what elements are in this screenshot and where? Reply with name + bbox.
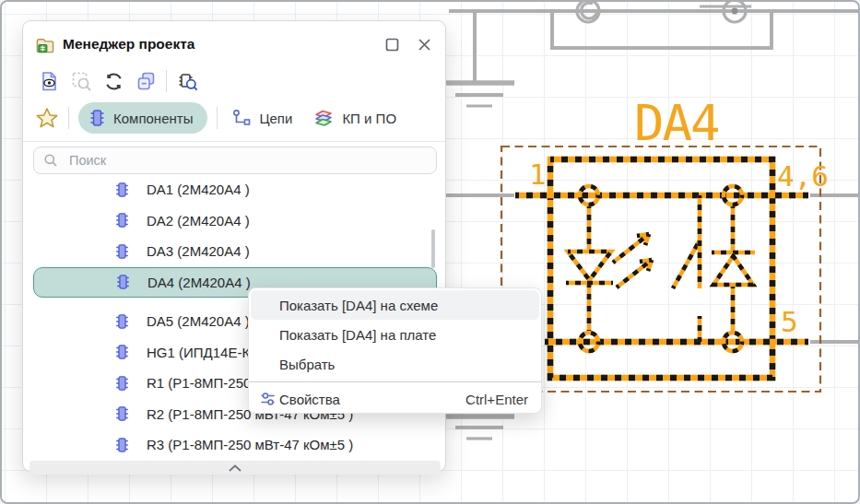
menu-item-label: Показать [DA4] на плате xyxy=(279,327,436,343)
ground-symbol xyxy=(446,83,514,106)
tab-kp-po-label: КП и ПО xyxy=(342,111,396,126)
component-icon xyxy=(114,343,130,361)
component-icon xyxy=(114,242,130,261)
led-symbol xyxy=(568,252,611,280)
menu-item-properties[interactable]: Свойства Ctrl+Enter xyxy=(251,384,539,414)
favorites-star-icon[interactable] xyxy=(35,106,59,130)
list-scrollbar[interactable] xyxy=(431,229,435,268)
panel-title: Менеджер проекта xyxy=(63,36,194,53)
menu-item-show-on-board[interactable]: Показать [DA4] на плате xyxy=(251,320,539,349)
component-icon xyxy=(114,374,130,393)
chevron-up-icon xyxy=(228,464,242,472)
menu-item-label: Выбрать xyxy=(279,357,335,372)
led-symbol xyxy=(568,252,611,280)
list-item-label: DA1 (2М420А4 ) xyxy=(147,182,250,197)
component-icon xyxy=(115,273,131,291)
list-item-da2[interactable]: DA2 (2М420А4 ) xyxy=(33,205,437,236)
toolbar-separator xyxy=(68,107,69,129)
component-designator-label: DA4 xyxy=(634,94,719,152)
list-item-label: R3 (Р1-8МП-250 мВт-47 кОм±5 ) xyxy=(147,437,353,452)
list-item-r3[interactable]: R3 (Р1-8МП-250 мВт-47 кОм±5 ) xyxy=(33,429,437,460)
net-icon xyxy=(232,109,252,128)
filter-bar: Компоненты Цепи КП и ПО xyxy=(35,102,402,134)
menu-shortcut: Ctrl+Enter xyxy=(465,392,539,407)
list-item-da3[interactable]: DA3 (2М420А4 ) xyxy=(33,236,437,266)
component-icon xyxy=(114,211,130,229)
application-window: DA4 1 4,6 5 Менеджер проекта xyxy=(0,0,860,504)
refresh-button[interactable] xyxy=(101,69,125,93)
ground-symbol xyxy=(446,416,514,439)
component-da4-symbol[interactable] xyxy=(515,159,808,378)
photodiode-symbol xyxy=(713,256,753,285)
find-component-button[interactable] xyxy=(175,69,199,93)
list-item-label: DA2 (2М420А4 ) xyxy=(147,213,250,229)
list-item-label: HG1 (ИПД14Е-К xyxy=(147,345,250,360)
scroll-up-strip[interactable] xyxy=(29,461,441,475)
menu-item-show-on-schematic[interactable]: Показать [DA4] на схеме xyxy=(251,290,539,320)
zoom-to-selection-button[interactable] xyxy=(69,69,93,93)
toolbar-divider xyxy=(23,141,445,142)
component-icon xyxy=(114,312,130,331)
menu-item-select[interactable]: Выбрать xyxy=(251,349,539,379)
menu-item-label: Свойства xyxy=(279,392,340,407)
collapse-windows-button[interactable] xyxy=(134,69,158,93)
toolbar-separator xyxy=(217,107,218,129)
pin-number-label: 5 xyxy=(781,305,798,338)
list-item-label: DA3 (2М420А4 ) xyxy=(147,243,250,259)
list-item-label: DA5 (2М420А4 ) xyxy=(147,313,250,329)
context-menu: Показать [DA4] на схеме Показать [DA4] н… xyxy=(248,287,542,414)
search-input[interactable] xyxy=(67,152,427,169)
component-icon xyxy=(114,404,130,423)
chip-icon xyxy=(88,108,106,128)
menu-item-label: Показать [DA4] на схеме xyxy=(279,298,438,313)
preview-document-button[interactable] xyxy=(37,69,61,93)
component-icon xyxy=(114,181,130,199)
list-item-label: DA4 (2М420А4 ) xyxy=(147,275,251,290)
panel-toolbar xyxy=(37,69,199,93)
close-button[interactable] xyxy=(412,32,436,56)
pin-number-label: 4,6 xyxy=(777,159,829,193)
toolbar-separator xyxy=(166,70,167,92)
tab-components[interactable]: Компоненты xyxy=(78,102,207,134)
component-icon xyxy=(114,436,130,454)
panel-title-bar: Менеджер проекта xyxy=(35,29,436,59)
layers-icon xyxy=(312,108,335,129)
tab-nets-label: Цепи xyxy=(259,111,292,126)
photodiode-symbol xyxy=(713,256,753,285)
list-item-da1[interactable]: DA1 (2М420А4 ) xyxy=(33,178,437,205)
maximize-button[interactable] xyxy=(380,32,404,56)
search-icon xyxy=(43,153,58,168)
tab-nets[interactable]: Цепи xyxy=(227,102,298,134)
menu-separator xyxy=(249,381,541,382)
search-box[interactable] xyxy=(33,147,437,174)
pin-number-label: 1 xyxy=(529,158,547,191)
sliders-icon xyxy=(259,391,277,408)
tab-kp-po[interactable]: КП и ПО xyxy=(307,102,402,134)
tab-components-label: Компоненты xyxy=(113,111,193,126)
project-folder-icon xyxy=(35,35,54,54)
